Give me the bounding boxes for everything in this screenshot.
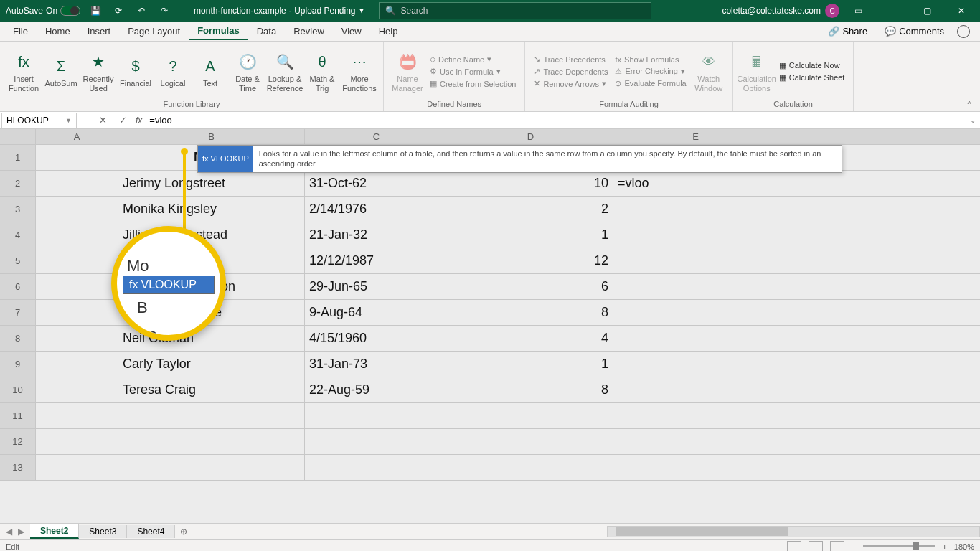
page-break-view-icon[interactable] bbox=[830, 541, 844, 552]
cell[interactable] bbox=[36, 455, 118, 481]
cell[interactable]: 8 bbox=[448, 377, 613, 403]
cell[interactable]: 1 bbox=[448, 352, 613, 377]
page-layout-view-icon[interactable] bbox=[809, 541, 823, 552]
sync-icon[interactable]: ⟳ bbox=[110, 3, 126, 19]
trace-precedents-button[interactable]: ↘ Trace Precedents bbox=[531, 54, 611, 65]
cell[interactable] bbox=[448, 455, 613, 481]
calculate-sheet-button[interactable]: ▦ Calculate Sheet bbox=[776, 72, 848, 83]
math-trig-button[interactable]: θMath & Trig bbox=[304, 44, 340, 98]
fx-icon[interactable]: fx bbox=[133, 116, 145, 126]
cell[interactable]: Monika Kingsley bbox=[118, 197, 305, 222]
column-header[interactable]: B bbox=[118, 129, 305, 145]
column-header[interactable] bbox=[778, 129, 943, 145]
watch-window-button[interactable]: 👁Watch Window bbox=[691, 44, 727, 98]
cell[interactable] bbox=[943, 377, 980, 403]
cell[interactable] bbox=[36, 248, 118, 274]
zoom-in-icon[interactable]: + bbox=[942, 542, 946, 551]
text-button[interactable]: AText bbox=[192, 44, 228, 98]
cell[interactable] bbox=[943, 197, 980, 222]
cell[interactable] bbox=[943, 403, 980, 429]
feedback-icon[interactable] bbox=[957, 25, 970, 38]
tab-formulas[interactable]: Formulas bbox=[189, 22, 248, 40]
row-header[interactable]: 8 bbox=[0, 326, 36, 352]
cell[interactable] bbox=[36, 274, 118, 300]
cancel-formula-icon[interactable]: ✕ bbox=[93, 113, 113, 128]
cell[interactable]: 4/15/1960 bbox=[305, 326, 448, 352]
cell[interactable]: 22-Aug-59 bbox=[305, 377, 448, 403]
formula-input[interactable] bbox=[145, 113, 966, 128]
undo-icon[interactable]: ↶ bbox=[133, 3, 149, 19]
cell[interactable] bbox=[36, 300, 118, 326]
cell[interactable]: 4 bbox=[448, 326, 613, 352]
cell[interactable] bbox=[943, 429, 980, 455]
tab-insert[interactable]: Insert bbox=[79, 23, 120, 39]
sheet-tab-sheet2[interactable]: Sheet2 bbox=[30, 524, 79, 539]
cell[interactable] bbox=[36, 326, 118, 352]
cell[interactable]: 31-Jan-73 bbox=[305, 352, 448, 377]
use-in-formula-button[interactable]: ⚙ Use in Formula ▾ bbox=[427, 66, 519, 77]
close-button[interactable]: ✕ bbox=[946, 0, 977, 22]
cell[interactable] bbox=[778, 429, 943, 455]
cell[interactable] bbox=[36, 377, 118, 403]
next-sheet-icon[interactable]: ▶ bbox=[18, 527, 24, 537]
cell[interactable] bbox=[613, 403, 778, 429]
cell[interactable] bbox=[36, 222, 118, 248]
cell[interactable]: 8 bbox=[448, 300, 613, 326]
minimize-button[interactable]: — bbox=[877, 0, 908, 22]
tab-data[interactable]: Data bbox=[248, 23, 285, 39]
cell[interactable]: 6 bbox=[448, 274, 613, 300]
row-header[interactable]: 10 bbox=[0, 377, 36, 403]
cell[interactable] bbox=[943, 248, 980, 274]
error-checking-button[interactable]: ⚠ Error Checking ▾ bbox=[612, 66, 689, 77]
select-all-corner[interactable] bbox=[0, 129, 36, 145]
create-from-selection-button[interactable]: ▦ Create from Selection bbox=[427, 78, 519, 89]
column-header[interactable]: G bbox=[943, 129, 980, 145]
row-header[interactable]: 9 bbox=[0, 352, 36, 377]
search-input[interactable]: 🔍 Search bbox=[379, 2, 651, 19]
logical-button[interactable]: ?Logical bbox=[155, 44, 191, 98]
name-box[interactable]: HLOOKUP▼ bbox=[1, 113, 77, 128]
cell[interactable] bbox=[778, 222, 943, 248]
cell[interactable] bbox=[448, 403, 613, 429]
normal-view-icon[interactable] bbox=[787, 541, 801, 552]
add-sheet-button[interactable]: ⊕ bbox=[175, 527, 192, 537]
cell[interactable] bbox=[36, 171, 118, 197]
redo-icon[interactable]: ↷ bbox=[156, 3, 172, 19]
cell[interactable] bbox=[36, 403, 118, 429]
name-manager-button[interactable]: 📛Name Manager bbox=[390, 44, 425, 98]
sheet-tab-sheet3[interactable]: Sheet3 bbox=[79, 525, 127, 538]
column-header[interactable]: A bbox=[36, 129, 118, 145]
user-account[interactable]: coletta@colettateske.com C bbox=[722, 4, 839, 18]
cell[interactable] bbox=[613, 248, 778, 274]
cell[interactable] bbox=[778, 352, 943, 377]
cell[interactable]: Teresa Craig bbox=[118, 377, 305, 403]
zoom-out-icon[interactable]: − bbox=[852, 542, 856, 551]
share-button[interactable]: 🔗 Share bbox=[824, 24, 872, 38]
cell[interactable] bbox=[613, 274, 778, 300]
column-header[interactable]: D bbox=[448, 129, 613, 145]
show-formulas-button[interactable]: fx Show Formulas bbox=[612, 55, 689, 65]
calculation-options-button[interactable]: 🖩Calculation Options bbox=[739, 44, 775, 98]
cell[interactable] bbox=[943, 222, 980, 248]
date-time-button[interactable]: 🕐Date & Time bbox=[230, 44, 265, 98]
cell[interactable] bbox=[36, 429, 118, 455]
cell[interactable]: 12 bbox=[448, 248, 613, 274]
expand-formula-bar-icon[interactable]: ⌄ bbox=[966, 116, 980, 124]
cell[interactable]: Carly Taylor bbox=[118, 352, 305, 377]
cell[interactable] bbox=[36, 145, 118, 171]
cell[interactable] bbox=[943, 352, 980, 377]
row-header[interactable]: 4 bbox=[0, 222, 36, 248]
autosum-button[interactable]: ΣAutoSum bbox=[43, 44, 79, 98]
cell[interactable] bbox=[778, 403, 943, 429]
row-header[interactable]: 3 bbox=[0, 197, 36, 222]
cell[interactable] bbox=[305, 429, 448, 455]
cell[interactable]: 21-Jan-32 bbox=[305, 222, 448, 248]
row-header[interactable]: 13 bbox=[0, 455, 36, 481]
cell[interactable] bbox=[613, 300, 778, 326]
cell[interactable] bbox=[943, 274, 980, 300]
row-header[interactable]: 5 bbox=[0, 248, 36, 274]
lookup-reference-button[interactable]: 🔍Lookup & Reference bbox=[267, 44, 303, 98]
tab-home[interactable]: Home bbox=[37, 23, 79, 39]
cell[interactable]: 29-Jun-65 bbox=[305, 274, 448, 300]
cell[interactable]: 12/12/1987 bbox=[305, 248, 448, 274]
